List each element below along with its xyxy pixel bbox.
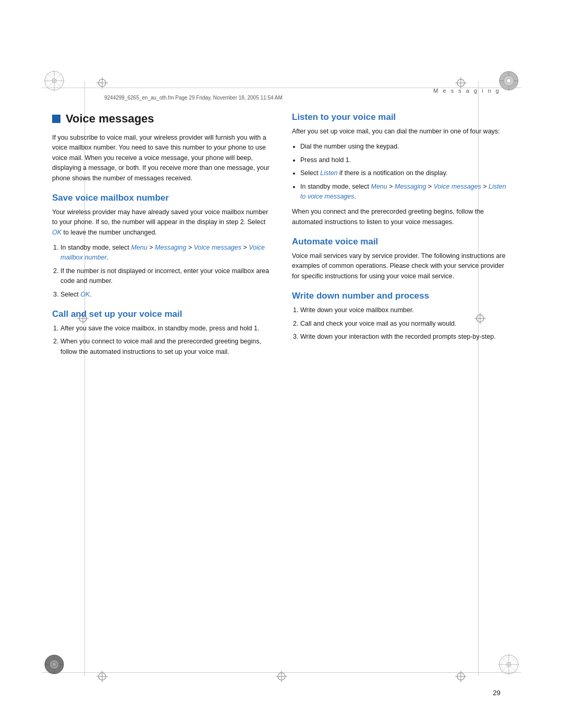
page-number: 29: [493, 689, 500, 697]
corner-mark-top-right: [497, 69, 520, 92]
call-step-2: When you connect to voice mail and the p…: [60, 337, 271, 357]
menu-link-2: Menu: [371, 183, 387, 190]
content-area: Voice messages If you subscribe to voice…: [52, 112, 511, 655]
corner-mark-bottom-left: [43, 653, 66, 676]
menu-link-1: Menu: [131, 244, 148, 251]
main-section-title: Voice messages: [66, 112, 154, 126]
call-setup-heading: Call and set up your voice mail: [52, 309, 271, 319]
listen-footer: When you connect and the prerecorded gre…: [292, 207, 511, 227]
call-setup-steps: After you save the voice mailbox, in sta…: [60, 324, 271, 357]
file-info: 9244299_6265_en_au_oth.fm Page 29 Friday…: [104, 95, 283, 101]
svg-point-37: [52, 662, 56, 667]
svg-point-17: [507, 79, 511, 83]
corner-mark-bottom-right: [497, 653, 520, 676]
save-mailbox-body: Your wireless provider may have already …: [52, 207, 271, 238]
listen-bullet-2: Press and hold 1.: [300, 155, 511, 165]
crosshair-top-right: [455, 77, 467, 89]
messaging-link-1: Messaging: [155, 244, 186, 251]
messaging-link-2: Messaging: [395, 183, 426, 190]
left-column: Voice messages If you subscribe to voice…: [52, 112, 271, 362]
listen-bullet-4: In standby mode, select Menu > Messaging…: [300, 182, 511, 202]
save-step-1: In standby mode, select Menu > Messaging…: [60, 243, 271, 263]
save-mailbox-heading: Save voice mailbox number: [52, 193, 271, 203]
write-down-heading: Write down number and process: [292, 291, 511, 301]
corner-mark-top-left: [43, 69, 66, 92]
call-step-1: After you save the voice mailbox, in sta…: [60, 324, 271, 334]
listen-bullet-3: Select Listen if there is a notification…: [300, 168, 511, 178]
ok-link-step3: OK: [80, 291, 90, 298]
section-header: M e s s a g i n g: [433, 88, 500, 94]
automate-heading: Automate voice mail: [292, 237, 511, 247]
save-mailbox-steps: In standby mode, select Menu > Messaging…: [60, 243, 271, 300]
voice-messages-link-1: Voice messages: [194, 244, 241, 251]
save-mailbox-body-end: to leave the number unchanged.: [62, 229, 157, 236]
write-step-1: Write down your voice mailbox number.: [300, 305, 511, 315]
main-title-container: Voice messages: [52, 112, 271, 126]
crosshair-bottom-right: [455, 671, 467, 682]
listen-bullets: Dial the number using the keypad. Press …: [300, 142, 511, 202]
crosshair-top-left: [96, 77, 108, 89]
write-down-steps: Write down your voice mailbox number. Ca…: [300, 305, 511, 342]
automate-body: Voice mail services vary by service prov…: [292, 251, 511, 281]
blue-square-icon: [52, 115, 60, 123]
crosshair-bottom-center: [276, 671, 287, 682]
save-mailbox-ok-link: OK: [52, 229, 62, 236]
listen-intro: After you set up voice mail, you can dia…: [292, 127, 511, 137]
write-step-3: Write down your interaction with the rec…: [300, 332, 511, 342]
voice-messages-link-2: Voice messages: [434, 183, 481, 190]
crosshair-bottom-left: [96, 671, 108, 682]
right-column: Listen to your voice mail After you set …: [292, 112, 511, 362]
listen-bullet-1: Dial the number using the keypad.: [300, 142, 511, 152]
save-step-2: If the number is not displayed or incorr…: [60, 266, 271, 287]
listen-heading: Listen to your voice mail: [292, 112, 511, 122]
page: 9244299_6265_en_au_oth.fm Page 29 Friday…: [0, 0, 563, 728]
intro-paragraph: If you subscribe to voice mail, your wir…: [52, 133, 271, 183]
save-step-3: Select OK.: [60, 290, 271, 300]
write-step-2: Call and check your voice mail as you no…: [300, 319, 511, 329]
listen-link: Listen: [320, 169, 337, 177]
save-mailbox-body-text: Your wireless provider may have already …: [52, 208, 268, 226]
two-column-layout: Voice messages If you subscribe to voice…: [52, 112, 511, 362]
